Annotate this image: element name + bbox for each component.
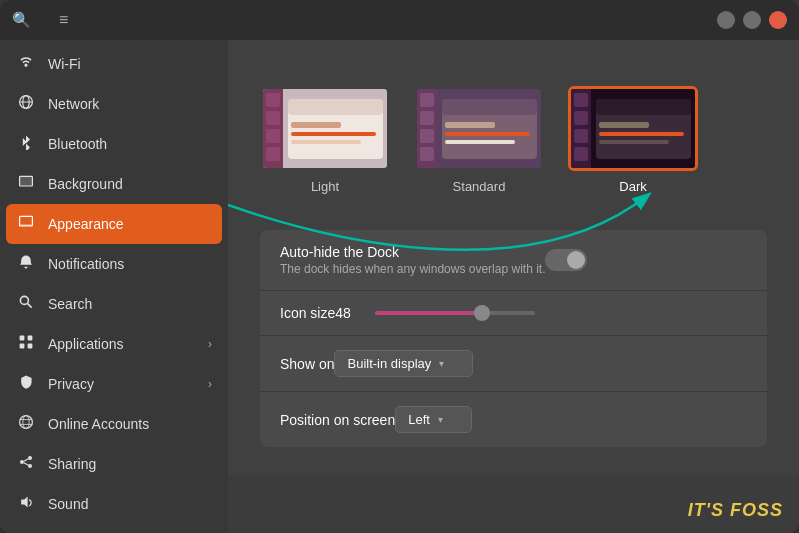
- dock-row-label-auto-hide: Auto-hide the DockThe dock hides when an…: [280, 244, 545, 276]
- sidebar-label-privacy: Privacy: [48, 376, 196, 392]
- svg-point-14: [23, 416, 29, 429]
- svg-rect-54: [599, 132, 684, 136]
- sidebar-item-network[interactable]: Network: [0, 84, 228, 124]
- sidebar-item-online-accounts[interactable]: Online Accounts: [0, 404, 228, 444]
- sidebar-label-applications: Applications: [48, 336, 196, 352]
- sidebar-label-notifications: Notifications: [48, 256, 212, 272]
- privacy-icon: [16, 374, 36, 394]
- svg-rect-52: [596, 99, 691, 115]
- select-value-position: Left: [408, 412, 430, 427]
- applications-icon: [16, 334, 36, 354]
- color-preview-standard: [414, 86, 544, 171]
- sidebar-label-appearance: Appearance: [48, 216, 212, 232]
- svg-line-8: [28, 304, 32, 308]
- svg-rect-28: [266, 147, 280, 161]
- main-wrapper: Light Standard Dark: [228, 40, 799, 533]
- settings-window: 🔍 ≡ − □ ✕ Wi-FiNetworkBluetoothBackgroun…: [0, 0, 799, 533]
- search-icon: [16, 294, 36, 314]
- svg-rect-53: [599, 122, 649, 128]
- dock-label-show-on: Show on: [280, 356, 334, 372]
- color-card-standard[interactable]: Standard: [414, 86, 544, 194]
- sidebar-item-privacy[interactable]: Privacy›: [0, 364, 228, 404]
- svg-marker-22: [21, 496, 27, 507]
- maximize-button[interactable]: □: [743, 11, 761, 29]
- select-show-on[interactable]: Built-in display▾: [334, 350, 473, 377]
- color-card-dark[interactable]: Dark: [568, 86, 698, 194]
- chevron-right-icon: ›: [208, 377, 212, 391]
- sidebar-item-sound[interactable]: Sound: [0, 484, 228, 524]
- sidebar-label-wifi: Wi-Fi: [48, 56, 212, 72]
- color-label-light: Light: [311, 179, 339, 194]
- sharing-icon: [16, 454, 36, 474]
- svg-rect-50: [574, 147, 588, 161]
- dock-row-show-on: Show onBuilt-in display▾: [260, 336, 767, 392]
- main-panel: Light Standard Dark: [228, 40, 799, 475]
- dock-card: Auto-hide the DockThe dock hides when an…: [260, 230, 767, 447]
- svg-rect-48: [574, 111, 588, 125]
- svg-rect-9: [20, 336, 25, 341]
- network-icon: [16, 94, 36, 114]
- close-button[interactable]: ✕: [769, 11, 787, 29]
- dock-row-position: Position on screenLeft▾: [260, 392, 767, 447]
- dock-row-auto-hide: Auto-hide the DockThe dock hides when an…: [260, 230, 767, 291]
- dock-row-icon-size: Icon size48: [260, 291, 767, 336]
- select-position[interactable]: Left▾: [395, 406, 472, 433]
- slider-track[interactable]: [375, 311, 535, 315]
- svg-rect-27: [266, 129, 280, 143]
- svg-rect-4: [20, 176, 33, 186]
- dock-label-position: Position on screen: [280, 412, 395, 428]
- svg-rect-43: [445, 132, 530, 136]
- toggle-auto-hide[interactable]: [545, 249, 587, 271]
- svg-rect-38: [420, 129, 434, 143]
- sidebar-item-search[interactable]: Search: [0, 284, 228, 324]
- dock-sublabel-auto-hide: The dock hides when any windows overlap …: [280, 262, 545, 276]
- svg-rect-26: [266, 111, 280, 125]
- background-icon: [16, 174, 36, 194]
- slider-container: 48: [335, 305, 535, 321]
- dock-label-auto-hide: Auto-hide the Dock: [280, 244, 545, 260]
- select-value-show-on: Built-in display: [347, 356, 431, 371]
- svg-rect-44: [445, 140, 515, 144]
- svg-rect-41: [442, 99, 537, 115]
- hamburger-icon[interactable]: ≡: [59, 11, 68, 29]
- svg-rect-30: [288, 99, 383, 115]
- sidebar-item-sharing[interactable]: Sharing: [0, 444, 228, 484]
- chevron-down-icon: ▾: [439, 358, 444, 369]
- bluetooth-icon: [16, 134, 36, 154]
- sidebar: Wi-FiNetworkBluetoothBackgroundAppearanc…: [0, 40, 228, 533]
- sidebar-item-bluetooth[interactable]: Bluetooth: [0, 124, 228, 164]
- sidebar-item-notifications[interactable]: Notifications: [0, 244, 228, 284]
- slider-fill: [375, 311, 482, 315]
- slider-thumb[interactable]: [474, 305, 490, 321]
- color-preview-dark: [568, 86, 698, 171]
- dock-row-label-icon-size: Icon size: [280, 305, 335, 321]
- sidebar-label-network: Network: [48, 96, 212, 112]
- dock-label-icon-size: Icon size: [280, 305, 335, 321]
- svg-rect-10: [28, 336, 33, 341]
- svg-rect-12: [28, 344, 33, 349]
- sidebar-item-background[interactable]: Background: [0, 164, 228, 204]
- minimize-button[interactable]: −: [717, 11, 735, 29]
- sidebar-label-bluetooth: Bluetooth: [48, 136, 212, 152]
- appearance-icon: [16, 214, 36, 234]
- color-card-light[interactable]: Light: [260, 86, 390, 194]
- search-icon[interactable]: 🔍: [12, 11, 31, 29]
- svg-line-20: [24, 459, 28, 461]
- svg-rect-31: [291, 122, 341, 128]
- svg-rect-11: [20, 344, 25, 349]
- wifi-icon: [16, 54, 36, 74]
- watermark-text2: FOSS: [724, 500, 783, 520]
- toggle-knob: [567, 251, 585, 269]
- sidebar-item-appearance[interactable]: Appearance: [6, 204, 222, 244]
- sidebar-label-sound: Sound: [48, 496, 212, 512]
- color-preview-light: [260, 86, 390, 171]
- watermark-text1: IT'S: [688, 500, 724, 520]
- sidebar-item-wifi[interactable]: Wi-Fi: [0, 44, 228, 84]
- svg-line-21: [24, 463, 28, 465]
- svg-rect-39: [420, 147, 434, 161]
- sidebar-label-online-accounts: Online Accounts: [48, 416, 212, 432]
- svg-point-7: [20, 296, 28, 304]
- sidebar-label-search: Search: [48, 296, 212, 312]
- notifications-icon: [16, 254, 36, 274]
- sidebar-item-applications[interactable]: Applications›: [0, 324, 228, 364]
